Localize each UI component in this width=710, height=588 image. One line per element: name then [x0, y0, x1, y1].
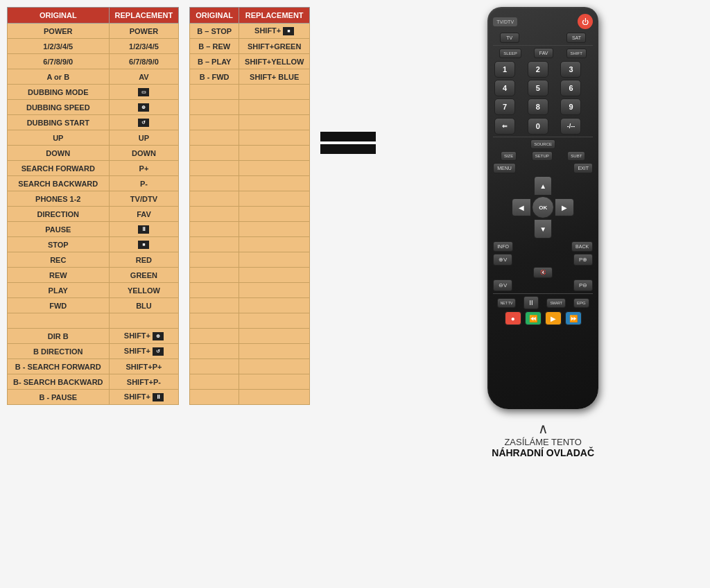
number-grid: 1 2 3 4 5 6 7 8 9: [494, 61, 591, 115]
icon-mode: ▭: [138, 88, 149, 96]
btn-9[interactable]: 9: [560, 98, 581, 115]
table-row: [190, 85, 310, 100]
transport-row: ● ⏪ ▶ ⏩: [493, 311, 593, 325]
btn-source[interactable]: SOURCE: [530, 139, 555, 149]
btn-record[interactable]: ●: [505, 311, 521, 325]
btn-fav[interactable]: FAV: [534, 48, 553, 58]
btn-exit[interactable]: EXIT: [573, 163, 593, 173]
btn-6[interactable]: 6: [560, 80, 581, 96]
btn-tv[interactable]: TV: [500, 33, 519, 43]
icon-pause: ⏸: [138, 225, 149, 234]
table-row: [190, 390, 310, 405]
icon-dir-b: ⊕: [153, 332, 164, 340]
btn-ok[interactable]: OK: [532, 196, 554, 218]
btn-tvdtv[interactable]: TV/DTV: [493, 17, 517, 26]
equals-sign: [320, 132, 376, 154]
btn-power[interactable]: ⏻: [578, 14, 593, 29]
btn-back-arrow[interactable]: ⇐: [494, 118, 515, 135]
btn-info[interactable]: INFO: [493, 241, 513, 252]
table-row: DUBBING START↺: [8, 115, 179, 130]
btn-subt[interactable]: SUBT: [567, 151, 585, 161]
table-row: PAUSE⏸: [8, 222, 179, 237]
table-row: RECRED: [8, 252, 179, 268]
dpad: ▲ ◀ OK ▶ ▼: [512, 176, 574, 239]
btn-5[interactable]: 5: [528, 80, 548, 96]
divider-2: [493, 137, 593, 137]
btn-smart[interactable]: SMART: [546, 298, 565, 308]
table-row: DIRECTIONFAV: [8, 207, 179, 222]
btn-2[interactable]: 2: [528, 61, 548, 78]
btn-fwd2[interactable]: ⏩: [565, 311, 582, 325]
btn-dash[interactable]: -/--: [560, 118, 581, 135]
btn-right[interactable]: ▶: [555, 198, 574, 216]
table-row: REWGREEN: [8, 268, 179, 283]
table-row: B - SEARCH FORWARDSHIFT+P+: [8, 359, 179, 374]
equals-bar-top: [320, 132, 376, 141]
btn-rew2[interactable]: ⏪: [525, 311, 542, 325]
btn-vol-up[interactable]: ⊕V: [493, 254, 512, 266]
nettv-row: NET TV ⏸ SMART EPG: [493, 296, 593, 309]
left-header-replacement: REPLACEMENT: [109, 8, 179, 24]
btn-7[interactable]: 7: [494, 98, 515, 115]
left-header-original: ORIGINAL: [8, 8, 110, 24]
table-row: [190, 222, 310, 237]
btn-4[interactable]: 4: [494, 80, 515, 96]
btn-8[interactable]: 8: [528, 98, 548, 115]
tables-section: ORIGINAL REPLACEMENT POWERPOWER 1/2/3/4/…: [7, 7, 376, 405]
icon-start: ↺: [138, 119, 149, 127]
table-row: [190, 161, 310, 176]
btn-pause2[interactable]: ⏸: [523, 296, 539, 309]
btn-menu[interactable]: MENU: [493, 163, 516, 173]
btn-sleep[interactable]: SLEEP: [499, 49, 521, 58]
btn-setup[interactable]: SETUP: [532, 151, 553, 161]
table-row: FWDBLU: [8, 298, 179, 313]
btn-ch-up[interactable]: P⊕: [573, 254, 593, 266]
menu-exit-row: MENU EXIT: [493, 163, 593, 173]
btn-play2[interactable]: ▶: [545, 311, 562, 325]
btn-up[interactable]: ▲: [534, 176, 552, 196]
btn-1[interactable]: 1: [494, 61, 515, 78]
equals-bar-bottom: [320, 144, 376, 154]
table-row: DUBBING MODE▭: [8, 85, 179, 100]
btn-shift[interactable]: SHIFT: [566, 49, 587, 58]
icon-b-pause: ⏸: [153, 393, 164, 401]
table-row: B – PLAYSHIFT+YELLOW: [190, 54, 310, 69]
table-row: [190, 115, 310, 130]
table-row: 6/7/8/9/06/7/8/9/0: [8, 54, 179, 69]
btn-epg[interactable]: EPG: [573, 298, 589, 308]
btn-0[interactable]: 0: [528, 118, 548, 135]
btn-sat[interactable]: SAT: [566, 33, 586, 43]
mute-row: 🔇: [493, 267, 593, 278]
info-back-row: INFO BACK: [493, 241, 593, 252]
right-table-section: ORIGINAL REPLACEMENT B – STOPSHIFT+ ■ B …: [189, 7, 310, 405]
nahradni-label: NÁHRADNÍ OVLADAČ: [492, 447, 594, 458]
table-row: [190, 268, 310, 283]
btn-ch-down[interactable]: P⊖: [573, 279, 593, 291]
btn-size[interactable]: SIZE: [501, 151, 517, 161]
vol-ch-row2: ⊖V P⊖: [493, 279, 593, 291]
btn-nettv[interactable]: NET TV: [497, 298, 517, 308]
table-row: [190, 191, 310, 207]
table-row: DUBBING SPEED⊕: [8, 100, 179, 115]
zero-row: ⇐ 0 -/--: [494, 118, 591, 135]
btn-left[interactable]: ◀: [512, 198, 531, 216]
btn-back[interactable]: BACK: [571, 241, 593, 252]
table-row: [190, 298, 310, 313]
table-row: [190, 146, 310, 161]
btn-vol-down[interactable]: ⊖V: [493, 279, 512, 291]
btn-down[interactable]: ▼: [534, 219, 552, 239]
table-row: PLAYYELLOW: [8, 283, 179, 298]
table-row: [190, 130, 310, 146]
table-row: [190, 283, 310, 298]
table-row: [190, 237, 310, 252]
btn-mute[interactable]: 🔇: [533, 267, 553, 278]
arrow-up-icon: ∧: [492, 422, 594, 435]
table-row: SEARCH FORWARDP+: [8, 161, 179, 176]
table-row: [190, 207, 310, 222]
vol-ch-row1: ⊕V P⊕: [493, 254, 593, 266]
zasilame-label: ZASÍLÁME TENTO: [492, 437, 594, 447]
btn-3[interactable]: 3: [560, 61, 581, 78]
icon-stop: ■: [138, 241, 149, 249]
table-row: DIR BSHIFT+ ⊕: [8, 329, 179, 344]
right-header-replacement: REPLACEMENT: [239, 8, 310, 24]
